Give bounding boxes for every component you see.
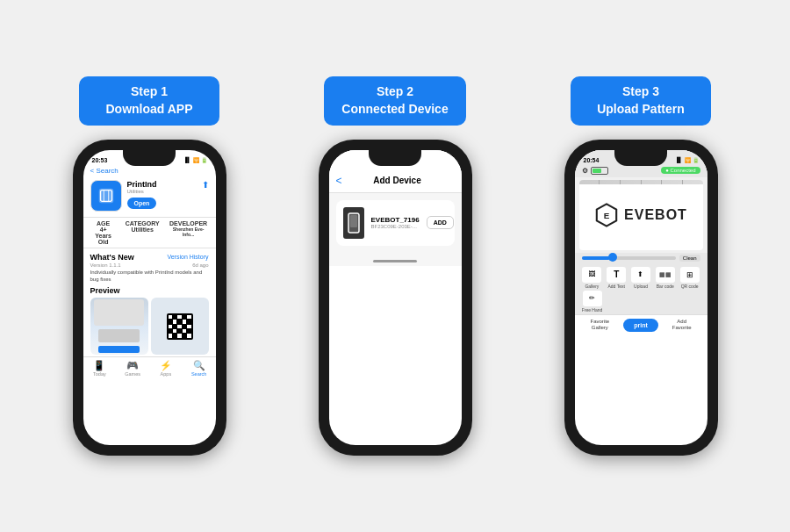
qrcode-label: QR code xyxy=(681,284,699,289)
connected-badge: ● Connected xyxy=(661,167,700,174)
add-favorite-btn[interactable]: AddFavorite xyxy=(662,319,702,333)
phone1-notch xyxy=(123,150,176,166)
battery-level-icon xyxy=(591,167,608,175)
tab-apps[interactable]: ⚡ Apps xyxy=(149,360,183,377)
step2-badge: Step 2 Connected Device xyxy=(324,76,465,125)
screen1-content: 20:53 ▐▌ 🛜 🔋 < Search xyxy=(83,150,216,380)
age-label: AGE xyxy=(90,220,117,226)
screen1-back[interactable]: < Search xyxy=(83,165,216,176)
ruler-tick xyxy=(621,180,642,184)
barcode-label: Bar code xyxy=(657,284,674,289)
preview-img2 xyxy=(151,298,209,355)
open-button[interactable]: Open xyxy=(127,198,157,209)
tool-gallery[interactable]: 🖼 Gallery xyxy=(580,267,605,289)
ruler-tick xyxy=(579,180,600,184)
tab-today[interactable]: 📱 Today xyxy=(83,360,117,377)
tool-qrcode[interactable]: ⊞ QR code xyxy=(678,267,702,289)
status-icons: ▐▌ 🛜 🔋 xyxy=(183,157,207,163)
version-history[interactable]: Version History xyxy=(167,254,208,260)
screen3-bottombar: FavoriteGallery print AddFavorite xyxy=(575,314,707,336)
tools-row2: ✏ Free Hand xyxy=(577,291,706,313)
phone3-notch xyxy=(614,150,667,166)
tool-barcode[interactable]: ▦▦ Bar code xyxy=(653,267,678,289)
device-info: EVEBOT_7196 BF23C09E-203E-... xyxy=(371,216,420,229)
preview-img2-inner xyxy=(151,298,209,355)
evebot-logo: E EVEBOT xyxy=(594,203,687,227)
device-item: EVEBOT_7196 BF23C09E-203E-... ADD xyxy=(336,200,455,246)
age-item: AGE 4+ Years Old xyxy=(90,220,117,245)
step3-label: Upload Pattern xyxy=(588,101,693,119)
tool-upload[interactable]: ⬆ Upload xyxy=(628,267,653,289)
share-icon[interactable]: ⬆ xyxy=(202,180,209,190)
device-name: EVEBOT_7196 xyxy=(371,216,420,224)
add-device-button[interactable]: ADD xyxy=(427,216,454,229)
update-description: Individually compatible with PrintInd mo… xyxy=(83,268,216,284)
app-header: PrintInd Utilities Open ⬆ xyxy=(83,176,216,215)
addtext-icon: T xyxy=(607,267,626,283)
print-button[interactable]: print xyxy=(623,319,658,332)
preview-img1 xyxy=(90,298,148,355)
upload-label: Upload xyxy=(634,284,648,289)
tools-section: 🖼 Gallery T Add Text ⬆ Upload ▦▦ xyxy=(575,263,707,314)
preview-screenshots xyxy=(90,298,209,355)
screen2-content: < Add Device EVEBOT_7196 BF23C09E-203E-.… xyxy=(329,150,462,266)
cat-label: CATEGORY xyxy=(126,220,160,226)
phone2-notch xyxy=(369,150,421,166)
freehand-label: Free Hand xyxy=(582,307,603,313)
screen3-time: 20:54 xyxy=(584,157,600,163)
phone1-screen: 20:53 ▐▌ 🛜 🔋 < Search xyxy=(83,150,216,445)
tool-freehand[interactable]: ✏ Free Hand xyxy=(580,291,605,313)
phone2: < Add Device EVEBOT_7196 BF23C09E-203E-.… xyxy=(319,140,472,456)
barcode-icon: ▦▦ xyxy=(656,267,675,283)
slider-fill xyxy=(582,256,610,260)
canvas-area[interactable]: E EVEBOT xyxy=(579,180,703,250)
step3-column: Step 3 Upload Pattern 20:54 ▐▌ 🛜 🔋 xyxy=(518,76,764,455)
step1-label: Download APP xyxy=(97,101,202,119)
wifi-icon: 🛜 xyxy=(193,157,199,163)
whats-new-title: What's New xyxy=(90,253,134,262)
evebot-brand-name: EVEBOT xyxy=(624,207,687,223)
tab-games[interactable]: 🎮 Games xyxy=(116,360,149,377)
svg-rect-5 xyxy=(350,215,357,227)
age-sub: Years Old xyxy=(90,233,117,245)
preview-section: Preview xyxy=(83,284,216,356)
preview-label: Preview xyxy=(90,286,209,295)
ruler-tick xyxy=(600,180,621,184)
whats-new-header: What's New Version History xyxy=(83,250,216,262)
tool-addtext[interactable]: T Add Text xyxy=(604,267,628,289)
device-id: BF23C09E-203E-... xyxy=(371,224,420,229)
screen1-tabbar: 📱 Today 🎮 Games ⚡ Apps 🔍 Search xyxy=(83,356,216,379)
app-name: PrintInd xyxy=(127,180,197,189)
phone2-screen: < Add Device EVEBOT_7196 BF23C09E-203E-.… xyxy=(329,150,462,445)
search-icon: 🔍 xyxy=(183,360,216,371)
app-icon xyxy=(90,180,122,212)
preview-img1-inner xyxy=(90,298,148,355)
step1-badge: Step 1 Download APP xyxy=(79,76,219,125)
screen3-topbar: ⚙ ● Connected xyxy=(575,165,707,177)
phone3: 20:54 ▐▌ 🛜 🔋 ⚙ ● Connected xyxy=(564,140,718,456)
ruler-tick xyxy=(662,180,683,184)
favorite-gallery-label: FavoriteGallery xyxy=(591,319,610,331)
tools-row1: 🖼 Gallery T Add Text ⬆ Upload ▦▦ xyxy=(577,267,706,291)
tab-search[interactable]: 🔍 Search xyxy=(183,360,216,377)
dev-value: Shenzhen Eve-Info... xyxy=(169,226,209,237)
screen3-signal: ▐▌ xyxy=(675,157,683,162)
add-favorite-label: AddFavorite xyxy=(672,319,692,331)
slider-track[interactable] xyxy=(582,256,676,260)
favorite-gallery-btn[interactable]: FavoriteGallery xyxy=(580,319,621,333)
back-button[interactable]: < xyxy=(336,175,342,187)
screen3-status-icons: ▐▌ 🛜 🔋 xyxy=(675,157,699,163)
clean-button[interactable]: Clean xyxy=(679,255,700,262)
app-name-block: PrintInd Utilities Open xyxy=(127,180,197,209)
svg-text:E: E xyxy=(604,210,610,219)
screen2-title: Add Device xyxy=(349,176,446,185)
device-icon xyxy=(343,207,364,239)
age-value: 4+ xyxy=(90,226,117,233)
signal-icon: ▐▌ xyxy=(183,157,191,162)
dev-label: DEVELOPER xyxy=(169,220,209,226)
slider-thumb[interactable] xyxy=(608,253,617,262)
gallery-icon: 🖼 xyxy=(582,267,601,283)
slider-row: Clean xyxy=(575,253,707,263)
step2-num: Step 2 xyxy=(341,83,448,101)
app-subtitle: Utilities xyxy=(127,189,197,194)
